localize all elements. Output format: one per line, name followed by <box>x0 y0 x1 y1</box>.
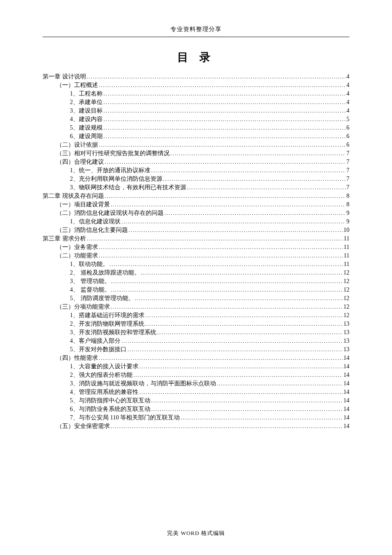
toc-entry-text: （四）合理化建议 <box>56 159 104 165</box>
toc-entry-page: 13 <box>343 338 349 344</box>
toc-entry: 1、统一、开放的通讯协议标准 7 <box>43 166 349 175</box>
toc-entry-text: （三）分项功能需求 <box>56 304 110 310</box>
toc-entry-text: （二）功能需求 <box>56 253 98 259</box>
toc-entry-page: 9 <box>346 219 349 225</box>
toc-entry: 5、 消防调度管理功能。12 <box>43 294 349 303</box>
toc-leader-dots <box>111 278 343 284</box>
toc-leader-dots <box>151 168 346 173</box>
toc-leader-dots <box>133 372 343 378</box>
toc-entry-text: 1、联动功能。 <box>70 261 109 267</box>
toc-leader-dots <box>104 116 346 122</box>
toc-entry: （一）项目建设背景8 <box>43 200 349 209</box>
toc-leader-dots <box>127 347 343 353</box>
toc-entry-page: 8 <box>346 193 349 199</box>
toc-entry-text: （一）工程概述 <box>56 82 98 88</box>
toc-entry-page: 13 <box>343 347 349 353</box>
toc-leader-dots <box>110 261 343 267</box>
toc-entry: 1、联动功能。11 <box>43 260 349 269</box>
toc-entry-page: 11 <box>344 244 349 250</box>
toc-entry: （一）工程概述4 <box>43 81 349 90</box>
toc-entry: （四）合理化建议7 <box>43 158 349 166</box>
toc-entry-page: 7 <box>346 150 349 156</box>
toc-leader-dots <box>187 185 346 191</box>
toc-entry-page: 12 <box>343 270 349 276</box>
toc-entry-text: 第二章 现状及存在问题 <box>43 193 104 199</box>
toc-entry-text: 1、大容量的接入设计要求 <box>70 364 138 370</box>
toc-entry: （四）性能需求 14 <box>43 354 349 362</box>
toc-entry: 1、信息化建设现状9 <box>43 217 349 226</box>
toc-entry-page: 11 <box>344 253 349 259</box>
toc-entry-page: 4 <box>346 99 349 105</box>
toc-entry-text: 1、统一、开放的通讯协议标准 <box>70 168 150 173</box>
toc-entry-page: 4 <box>346 82 349 88</box>
toc-entry-text: （一）业务需求 <box>56 244 98 250</box>
toc-entry: 第二章 现状及存在问题8 <box>43 192 349 200</box>
toc-entry-text: （三）相对可行性研究报告批复的调整情况 <box>56 150 170 156</box>
toc-entry: （二）消防信息化建设现状与存在的问题 9 <box>43 209 349 217</box>
toc-leader-dots <box>145 312 343 318</box>
toc-entry-text: 3、物联网技术结合，有效利用已有技术资源 <box>70 185 186 191</box>
toc-entry-page: 7 <box>346 159 349 165</box>
toc-leader-dots <box>181 415 343 421</box>
toc-entry-page: 8 <box>346 202 349 208</box>
toc-entry-page: 6 <box>346 125 349 131</box>
toc-leader-dots <box>217 381 343 387</box>
toc-leader-dots <box>135 295 343 301</box>
toc-entry: （二）功能需求 11 <box>43 251 349 260</box>
toc-leader-dots <box>141 270 343 276</box>
toc-entry-page: 4 <box>346 108 349 114</box>
toc-entry-page: 13 <box>343 321 349 327</box>
toc-entry-page: 7 <box>346 168 349 173</box>
toc-leader-dots <box>157 330 343 335</box>
toc-leader-dots <box>111 202 346 208</box>
toc-entry-text: （四）性能需求 <box>56 355 98 361</box>
toc-entry-page: 14 <box>343 398 349 404</box>
document-page: 专业资料整理分享 目 录 第一章 设计说明 4（一）工程概述41、工程名称42、… <box>0 0 392 452</box>
toc-entry-text: 7、与市公安局 110 等相关部门的互联互动 <box>70 415 180 421</box>
toc-entry-text: 5、开发对外数据接口 <box>70 347 127 353</box>
toc-leader-dots <box>163 176 346 182</box>
toc-leader-dots <box>104 133 346 139</box>
toc-entry-page: 14 <box>343 406 349 412</box>
toc-entry-page: 7 <box>346 176 349 182</box>
toc-entry: 2、 巡检及故障跟进功能。12 <box>43 269 349 277</box>
toc-entry-page: 14 <box>343 423 349 429</box>
toc-entry-page: 4 <box>346 91 349 97</box>
toc-entry-text: （五）安全保密需求 <box>56 423 110 429</box>
toc-leader-dots <box>99 355 343 361</box>
toc-leader-dots <box>170 150 346 156</box>
toc-entry-page: 14 <box>343 364 349 370</box>
toc-entry: 1、搭建基础运行环境的需求12 <box>43 311 349 320</box>
toc-entry-text: 3、建设目标 <box>70 108 103 114</box>
toc-leader-dots <box>121 219 346 225</box>
toc-entry-text: 2、承建单位 <box>70 99 103 105</box>
toc-entry: 第三章 需求分析 11 <box>43 234 349 243</box>
toc-entry-page: 6 <box>346 133 349 139</box>
toc-entry: （五）安全保密需求14 <box>43 422 349 431</box>
toc-entry: 6、建设周期6 <box>43 132 349 141</box>
toc-entry: 2、强大的报表分析功能14 <box>43 371 349 379</box>
toc-entry: 3、物联网技术结合，有效利用已有技术资源 7 <box>43 183 349 192</box>
toc-leader-dots <box>104 108 346 114</box>
toc-entry-page: 12 <box>343 312 349 318</box>
toc-entry-page: 9 <box>346 210 349 216</box>
toc-entry-text: 2、充分利用联网单位消防信息资源 <box>70 176 162 182</box>
toc-entry: 2、充分利用联网单位消防信息资源 7 <box>43 175 349 183</box>
toc-leader-dots <box>145 321 343 327</box>
toc-entry-text: 6、建设周期 <box>70 133 103 139</box>
toc-entry: 第一章 设计说明 4 <box>43 72 349 81</box>
toc-leader-dots <box>99 253 343 259</box>
toc-entry-page: 14 <box>343 415 349 421</box>
toc-leader-dots <box>87 74 346 80</box>
toc-entry-page: 14 <box>343 389 349 395</box>
toc-entry: 3、开发消防视频联控和管理系统13 <box>43 328 349 337</box>
toc-entry-page: 14 <box>343 355 349 361</box>
toc-leader-dots <box>129 227 343 233</box>
toc-entry: 4、 监督功能。12 <box>43 286 349 294</box>
toc-leader-dots <box>104 125 346 131</box>
toc-entry: 4、管理应用系统的兼容性14 <box>43 388 349 396</box>
toc-entry: （三）分项功能需求12 <box>43 303 349 311</box>
toc-entry-page: 11 <box>344 236 349 242</box>
toc-entry-text: 2、 巡检及故障跟进功能。 <box>70 270 140 276</box>
toc-entry: （三）相对可行性研究报告批复的调整情况 7 <box>43 149 349 158</box>
